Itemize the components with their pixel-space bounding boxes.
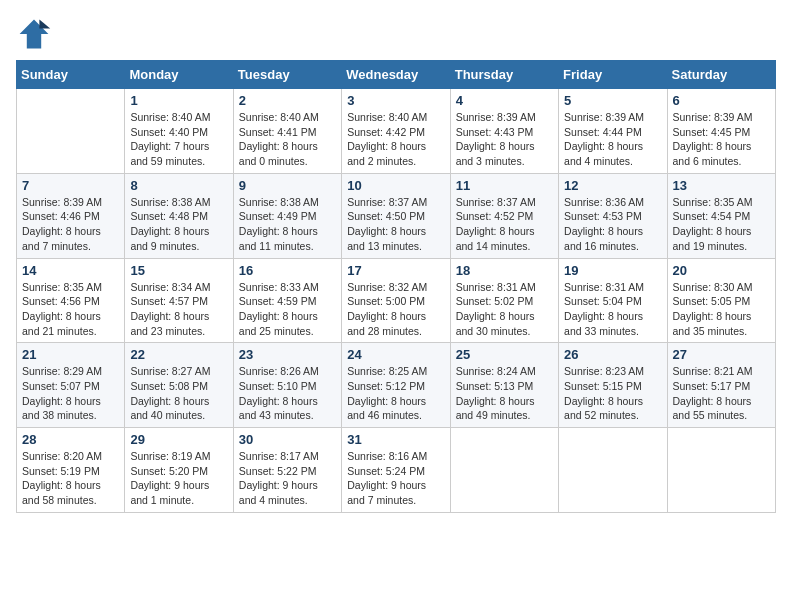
calendar-cell — [667, 428, 775, 513]
day-number: 21 — [22, 347, 119, 362]
day-info: Sunrise: 8:38 AMSunset: 4:49 PMDaylight:… — [239, 195, 336, 254]
day-number: 1 — [130, 93, 227, 108]
day-info: Sunrise: 8:38 AMSunset: 4:48 PMDaylight:… — [130, 195, 227, 254]
calendar-cell: 11Sunrise: 8:37 AMSunset: 4:52 PMDayligh… — [450, 173, 558, 258]
calendar-cell: 27Sunrise: 8:21 AMSunset: 5:17 PMDayligh… — [667, 343, 775, 428]
day-info: Sunrise: 8:33 AMSunset: 4:59 PMDaylight:… — [239, 280, 336, 339]
day-info: Sunrise: 8:37 AMSunset: 4:50 PMDaylight:… — [347, 195, 444, 254]
day-number: 4 — [456, 93, 553, 108]
day-info: Sunrise: 8:27 AMSunset: 5:08 PMDaylight:… — [130, 364, 227, 423]
day-info: Sunrise: 8:34 AMSunset: 4:57 PMDaylight:… — [130, 280, 227, 339]
day-info: Sunrise: 8:31 AMSunset: 5:04 PMDaylight:… — [564, 280, 661, 339]
day-number: 31 — [347, 432, 444, 447]
day-info: Sunrise: 8:39 AMSunset: 4:44 PMDaylight:… — [564, 110, 661, 169]
day-number: 6 — [673, 93, 770, 108]
day-number: 16 — [239, 263, 336, 278]
day-info: Sunrise: 8:25 AMSunset: 5:12 PMDaylight:… — [347, 364, 444, 423]
header-day-wednesday: Wednesday — [342, 61, 450, 89]
day-number: 17 — [347, 263, 444, 278]
calendar-cell: 4Sunrise: 8:39 AMSunset: 4:43 PMDaylight… — [450, 89, 558, 174]
day-info: Sunrise: 8:20 AMSunset: 5:19 PMDaylight:… — [22, 449, 119, 508]
day-number: 19 — [564, 263, 661, 278]
day-info: Sunrise: 8:39 AMSunset: 4:45 PMDaylight:… — [673, 110, 770, 169]
day-number: 3 — [347, 93, 444, 108]
day-info: Sunrise: 8:21 AMSunset: 5:17 PMDaylight:… — [673, 364, 770, 423]
calendar-cell: 19Sunrise: 8:31 AMSunset: 5:04 PMDayligh… — [559, 258, 667, 343]
day-info: Sunrise: 8:35 AMSunset: 4:54 PMDaylight:… — [673, 195, 770, 254]
svg-marker-1 — [39, 20, 50, 29]
calendar-cell: 26Sunrise: 8:23 AMSunset: 5:15 PMDayligh… — [559, 343, 667, 428]
calendar-header: SundayMondayTuesdayWednesdayThursdayFrid… — [17, 61, 776, 89]
calendar-cell: 10Sunrise: 8:37 AMSunset: 4:50 PMDayligh… — [342, 173, 450, 258]
day-number: 10 — [347, 178, 444, 193]
calendar-cell: 7Sunrise: 8:39 AMSunset: 4:46 PMDaylight… — [17, 173, 125, 258]
calendar-cell: 5Sunrise: 8:39 AMSunset: 4:44 PMDaylight… — [559, 89, 667, 174]
page-header — [16, 16, 776, 52]
day-info: Sunrise: 8:40 AMSunset: 4:42 PMDaylight:… — [347, 110, 444, 169]
day-info: Sunrise: 8:30 AMSunset: 5:05 PMDaylight:… — [673, 280, 770, 339]
day-number: 18 — [456, 263, 553, 278]
day-info: Sunrise: 8:24 AMSunset: 5:13 PMDaylight:… — [456, 364, 553, 423]
header-day-tuesday: Tuesday — [233, 61, 341, 89]
day-number: 27 — [673, 347, 770, 362]
day-info: Sunrise: 8:31 AMSunset: 5:02 PMDaylight:… — [456, 280, 553, 339]
header-day-sunday: Sunday — [17, 61, 125, 89]
calendar-cell: 23Sunrise: 8:26 AMSunset: 5:10 PMDayligh… — [233, 343, 341, 428]
calendar-cell: 9Sunrise: 8:38 AMSunset: 4:49 PMDaylight… — [233, 173, 341, 258]
calendar-cell: 16Sunrise: 8:33 AMSunset: 4:59 PMDayligh… — [233, 258, 341, 343]
calendar-body: 1Sunrise: 8:40 AMSunset: 4:40 PMDaylight… — [17, 89, 776, 513]
day-info: Sunrise: 8:37 AMSunset: 4:52 PMDaylight:… — [456, 195, 553, 254]
week-row-3: 14Sunrise: 8:35 AMSunset: 4:56 PMDayligh… — [17, 258, 776, 343]
day-info: Sunrise: 8:23 AMSunset: 5:15 PMDaylight:… — [564, 364, 661, 423]
day-number: 14 — [22, 263, 119, 278]
day-number: 24 — [347, 347, 444, 362]
day-info: Sunrise: 8:17 AMSunset: 5:22 PMDaylight:… — [239, 449, 336, 508]
week-row-4: 21Sunrise: 8:29 AMSunset: 5:07 PMDayligh… — [17, 343, 776, 428]
day-number: 23 — [239, 347, 336, 362]
day-info: Sunrise: 8:35 AMSunset: 4:56 PMDaylight:… — [22, 280, 119, 339]
day-number: 26 — [564, 347, 661, 362]
day-number: 20 — [673, 263, 770, 278]
header-row: SundayMondayTuesdayWednesdayThursdayFrid… — [17, 61, 776, 89]
day-number: 12 — [564, 178, 661, 193]
day-info: Sunrise: 8:16 AMSunset: 5:24 PMDaylight:… — [347, 449, 444, 508]
calendar-cell: 22Sunrise: 8:27 AMSunset: 5:08 PMDayligh… — [125, 343, 233, 428]
calendar-table: SundayMondayTuesdayWednesdayThursdayFrid… — [16, 60, 776, 513]
calendar-cell — [559, 428, 667, 513]
logo — [16, 16, 56, 52]
day-info: Sunrise: 8:19 AMSunset: 5:20 PMDaylight:… — [130, 449, 227, 508]
calendar-cell: 6Sunrise: 8:39 AMSunset: 4:45 PMDaylight… — [667, 89, 775, 174]
calendar-cell: 30Sunrise: 8:17 AMSunset: 5:22 PMDayligh… — [233, 428, 341, 513]
day-info: Sunrise: 8:39 AMSunset: 4:46 PMDaylight:… — [22, 195, 119, 254]
calendar-cell — [17, 89, 125, 174]
calendar-cell: 17Sunrise: 8:32 AMSunset: 5:00 PMDayligh… — [342, 258, 450, 343]
day-number: 15 — [130, 263, 227, 278]
calendar-cell: 2Sunrise: 8:40 AMSunset: 4:41 PMDaylight… — [233, 89, 341, 174]
day-number: 13 — [673, 178, 770, 193]
calendar-cell: 28Sunrise: 8:20 AMSunset: 5:19 PMDayligh… — [17, 428, 125, 513]
day-info: Sunrise: 8:29 AMSunset: 5:07 PMDaylight:… — [22, 364, 119, 423]
calendar-cell: 20Sunrise: 8:30 AMSunset: 5:05 PMDayligh… — [667, 258, 775, 343]
day-info: Sunrise: 8:40 AMSunset: 4:41 PMDaylight:… — [239, 110, 336, 169]
calendar-cell — [450, 428, 558, 513]
day-info: Sunrise: 8:26 AMSunset: 5:10 PMDaylight:… — [239, 364, 336, 423]
calendar-cell: 8Sunrise: 8:38 AMSunset: 4:48 PMDaylight… — [125, 173, 233, 258]
day-info: Sunrise: 8:36 AMSunset: 4:53 PMDaylight:… — [564, 195, 661, 254]
header-day-saturday: Saturday — [667, 61, 775, 89]
calendar-cell: 31Sunrise: 8:16 AMSunset: 5:24 PMDayligh… — [342, 428, 450, 513]
day-number: 29 — [130, 432, 227, 447]
calendar-cell: 14Sunrise: 8:35 AMSunset: 4:56 PMDayligh… — [17, 258, 125, 343]
week-row-5: 28Sunrise: 8:20 AMSunset: 5:19 PMDayligh… — [17, 428, 776, 513]
calendar-cell: 24Sunrise: 8:25 AMSunset: 5:12 PMDayligh… — [342, 343, 450, 428]
day-number: 9 — [239, 178, 336, 193]
day-info: Sunrise: 8:39 AMSunset: 4:43 PMDaylight:… — [456, 110, 553, 169]
calendar-cell: 29Sunrise: 8:19 AMSunset: 5:20 PMDayligh… — [125, 428, 233, 513]
week-row-1: 1Sunrise: 8:40 AMSunset: 4:40 PMDaylight… — [17, 89, 776, 174]
logo-icon — [16, 16, 52, 52]
calendar-cell: 21Sunrise: 8:29 AMSunset: 5:07 PMDayligh… — [17, 343, 125, 428]
calendar-cell: 12Sunrise: 8:36 AMSunset: 4:53 PMDayligh… — [559, 173, 667, 258]
day-info: Sunrise: 8:32 AMSunset: 5:00 PMDaylight:… — [347, 280, 444, 339]
header-day-monday: Monday — [125, 61, 233, 89]
week-row-2: 7Sunrise: 8:39 AMSunset: 4:46 PMDaylight… — [17, 173, 776, 258]
day-number: 28 — [22, 432, 119, 447]
